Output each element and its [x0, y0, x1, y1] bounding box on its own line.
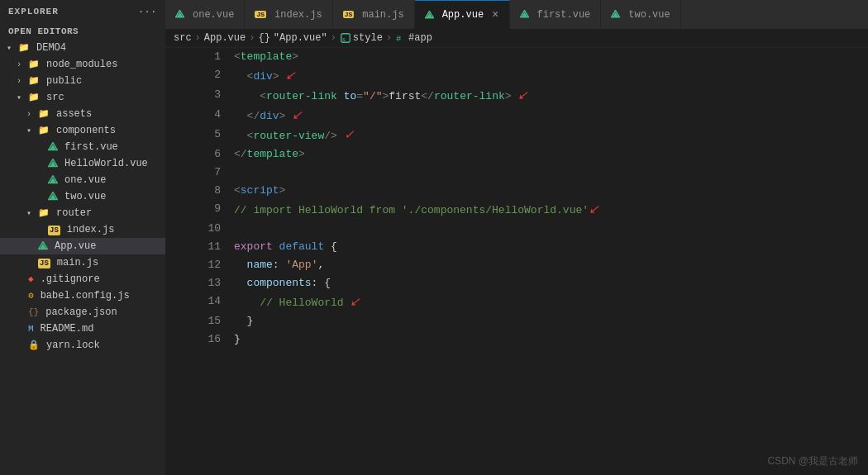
- breadcrumb: src › App.vue › {} "App.vue" › sstyle › …: [165, 29, 868, 48]
- file-label: components: [56, 125, 116, 136]
- file-icon: JS: [38, 257, 50, 268]
- tree-item-main.js[interactable]: JS main.js: [0, 254, 165, 271]
- open-editors-label: OPEN EDITORS: [0, 23, 165, 40]
- line-code: [234, 164, 868, 182]
- line-number: 11: [165, 238, 234, 256]
- line-number: 12: [165, 256, 234, 274]
- tab-two.vue[interactable]: two.vue: [601, 0, 680, 29]
- line-number: 5: [165, 126, 234, 145]
- line-code: <router-view/> ✓: [234, 126, 868, 145]
- line-number: 2: [165, 66, 234, 86]
- file-label: router: [56, 207, 92, 219]
- tree-item-assets[interactable]: › 📁 assets: [0, 106, 165, 122]
- file-label: .gitignore: [41, 273, 100, 285]
- tree-item-one.vue[interactable]: one.vue: [0, 172, 165, 188]
- file-label: babel.config.js: [41, 290, 130, 302]
- file-icon: JS: [48, 224, 60, 235]
- tree-item-HelloWorld.vue[interactable]: HelloWorld.vue: [0, 155, 165, 172]
- file-label: two.vue: [64, 191, 106, 202]
- table-row: 11export default {: [165, 238, 868, 256]
- tree-item-package.json[interactable]: {} package.json: [0, 304, 165, 321]
- sidebar-icons: ···: [138, 7, 157, 17]
- file-icon: [38, 240, 48, 252]
- file-label: one.vue: [64, 174, 106, 186]
- file-icon: ◆: [28, 273, 34, 285]
- bc-src: src: [174, 32, 192, 44]
- table-row: 15 }: [165, 312, 868, 330]
- tree-item-yarn.lock[interactable]: 🔒 yarn.lock: [0, 337, 165, 354]
- file-icon: 📁: [28, 92, 40, 103]
- tree-item-router[interactable]: ▾ 📁 router: [0, 205, 165, 221]
- tree-item-demo4[interactable]: ▾ 📁 DEMO4: [0, 40, 165, 56]
- tree-item-first.vue[interactable]: first.vue: [0, 139, 165, 155]
- file-label: src: [46, 92, 64, 103]
- sidebar-title: EXPLORER: [8, 7, 59, 17]
- line-code: }: [234, 330, 868, 349]
- file-icon: ⚙: [28, 290, 34, 302]
- file-icon: 📁: [28, 59, 40, 70]
- sidebar: EXPLORER ··· OPEN EDITORS ▾ 📁 DEMO4 › 📁 …: [0, 0, 165, 475]
- tab-close-App.vue[interactable]: ×: [492, 9, 498, 21]
- file-icon: [48, 191, 58, 202]
- tree-item-.gitignore[interactable]: ◆ .gitignore: [0, 271, 165, 287]
- table-row: 10: [165, 220, 868, 238]
- file-label: assets: [56, 108, 92, 120]
- tab-one.vue[interactable]: one.vue: [165, 0, 245, 29]
- line-code: </div> ↙: [234, 106, 868, 126]
- tree-item-index.js-router[interactable]: JS index.js: [0, 221, 165, 238]
- file-icon: 📁: [18, 42, 30, 54]
- table-row: 4 </div> ↙: [165, 106, 868, 126]
- bc-sep3: ›: [331, 32, 336, 44]
- tree-item-App.vue[interactable]: App.vue: [0, 238, 165, 254]
- table-row: 12 name: 'App',: [165, 256, 868, 274]
- tab-main.js[interactable]: JSmain.js: [333, 0, 415, 29]
- table-row: 14 // HelloWorld ↙: [165, 292, 868, 312]
- more-icon[interactable]: ···: [138, 7, 157, 17]
- tree-item-src[interactable]: ▾ 📁 src: [0, 89, 165, 106]
- main-area: one.vueJSindex.jsJSmain.jsApp.vue×first.…: [165, 0, 868, 475]
- tree-item-two.vue[interactable]: two.vue: [0, 188, 165, 205]
- line-code: </template>: [234, 145, 868, 164]
- file-label: README.md: [41, 323, 94, 335]
- line-number: 13: [165, 274, 234, 292]
- line-number: 14: [165, 292, 234, 312]
- line-code: // HelloWorld ↙: [234, 292, 868, 312]
- file-label: public: [46, 75, 82, 87]
- table-row: 8<script>: [165, 182, 868, 200]
- line-number: 6: [165, 145, 234, 164]
- table-row: 13 components: {: [165, 274, 868, 292]
- file-icon: 🔒: [28, 340, 40, 351]
- tree-item-public[interactable]: › 📁 public: [0, 73, 165, 89]
- line-number: 3: [165, 86, 234, 106]
- tab-first.vue[interactable]: first.vue: [510, 0, 602, 29]
- tree-item-README.md[interactable]: M README.md: [0, 321, 165, 337]
- sidebar-header: EXPLORER ···: [0, 0, 165, 23]
- file-label: package.json: [45, 306, 117, 318]
- line-code: [234, 220, 868, 238]
- tab-index.js[interactable]: JSindex.js: [245, 0, 332, 29]
- code-editor[interactable]: 1<template>2 <div> ↙3 <router-link to="/…: [165, 48, 868, 475]
- tree-item-node_modules[interactable]: › 📁 node_modules: [0, 56, 165, 73]
- tab-label: App.vue: [442, 9, 484, 21]
- tree-item-components[interactable]: ▾ 📁 components: [0, 122, 165, 139]
- svg-text:s: s: [341, 36, 345, 43]
- line-code: <script>: [234, 182, 868, 200]
- line-number: 7: [165, 164, 234, 182]
- table-row: 3 <router-link to="/">first</router-link…: [165, 86, 868, 106]
- file-icon: {}: [28, 306, 39, 318]
- line-number: 8: [165, 182, 234, 200]
- tab-App.vue[interactable]: App.vue×: [415, 0, 510, 29]
- file-icon: [48, 141, 58, 153]
- line-number: 16: [165, 330, 234, 349]
- file-label: DEMO4: [36, 42, 66, 54]
- file-label: first.vue: [64, 141, 118, 153]
- line-number: 1: [165, 48, 234, 66]
- file-label: App.vue: [55, 240, 96, 252]
- file-icon: 📁: [38, 108, 50, 120]
- bc-hash-app: ##app: [395, 32, 432, 44]
- line-code: }: [234, 312, 868, 330]
- file-icon: 📁: [28, 75, 40, 87]
- tree-item-babel.config.js[interactable]: ⚙ babel.config.js: [0, 287, 165, 304]
- line-code: <div> ↙: [234, 66, 868, 86]
- file-label: HelloWorld.vue: [64, 158, 148, 169]
